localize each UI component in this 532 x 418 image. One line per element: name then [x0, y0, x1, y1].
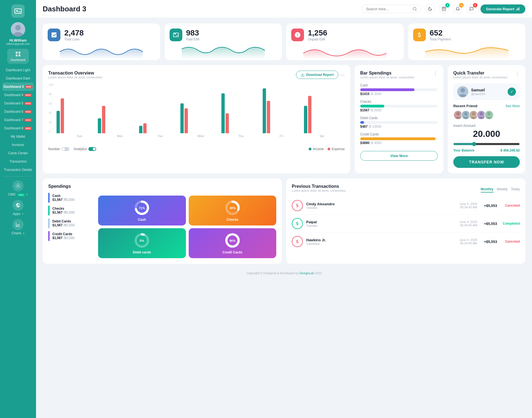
cash-donut-chart: 71% [134, 199, 150, 216]
transfer-now-button[interactable]: TRANSFER NOW [453, 156, 520, 168]
sidebar-nav: Dashboard Light Dashboard Dark Dashboard… [0, 66, 36, 237]
svg-rect-11 [518, 8, 518, 11]
total-loan-icon [48, 29, 60, 41]
moon-icon [428, 7, 432, 11]
dashboard-3-badge: New [25, 85, 32, 88]
bag-button[interactable]: 2 [439, 4, 449, 14]
sidebar-item-transaction-details[interactable]: Transaction Details [0, 166, 36, 174]
checks-values: $1567 /$ 5000 [360, 108, 438, 112]
quick-transfer-title: Quick Transfer [453, 71, 508, 76]
cms-label[interactable]: CMS New > [8, 193, 28, 196]
sidebar-item-invoices[interactable]: Invoices [0, 141, 36, 149]
svg-rect-4 [19, 52, 20, 53]
sidebar-item-dashboard-light[interactable]: Dashboard Light [0, 66, 36, 74]
sidebar-item-my-wallet[interactable]: My Wallet [0, 132, 36, 141]
number-toggle[interactable] [62, 147, 69, 151]
moon-button[interactable] [425, 4, 435, 14]
download-report-button[interactable]: Download Report [296, 71, 338, 79]
sidebar-item-dashboard-4[interactable]: Dashboard 4 New [0, 91, 36, 99]
sidebar-item-dashboard-7[interactable]: Dashboard 7 New [0, 116, 36, 124]
selected-user-handle: @sam224 [471, 92, 485, 96]
footer-brand-link[interactable]: DexignLab [300, 271, 314, 275]
paid-emi-value: 983 [186, 29, 200, 37]
generate-report-button[interactable]: Generate Report [480, 4, 525, 14]
unpaid-emi-icon [291, 29, 304, 41]
stat-card-paid-emi: 983 Paid EMI [165, 24, 282, 60]
view-more-button[interactable]: View More [360, 151, 438, 161]
bar-group-sat [304, 96, 345, 133]
dashboard-7-badge: New [24, 119, 32, 122]
tab-monthly[interactable]: Monthly [481, 187, 493, 193]
sidebar-item-dashboard-8[interactable]: Dashboard 8 New [0, 124, 36, 132]
sidebar-item-dashboard-6[interactable]: Dashboard 6 New [0, 107, 36, 116]
svg-point-7 [17, 185, 19, 187]
recent-friend-row: Recent Friend See More [453, 104, 520, 108]
search-input[interactable] [366, 7, 410, 11]
apps-label[interactable]: Apps > [13, 212, 24, 216]
topbar: Dashboard 3 2 12 5 Generate Repo [36, 0, 532, 18]
transaction-tabs: Monthly Weekly Today [481, 187, 520, 193]
total-loan-label: Total Loan [64, 37, 84, 41]
sidebar-item-dashboard-5[interactable]: Dashboard 5 New [0, 99, 36, 107]
footer: Copyright © Designed & Developed by Dexi… [43, 269, 525, 278]
amount-slider[interactable] [453, 142, 520, 146]
bar-spendings-menu[interactable]: ⋮ [433, 71, 438, 77]
tx-date-paipal: June 4, 2020 05:34:45 AM [452, 220, 477, 227]
tx-type-hawkins: Cashback [306, 242, 326, 245]
transaction-overview-menu[interactable]: ··· [341, 72, 345, 78]
see-more-link[interactable]: See More [505, 104, 520, 108]
bar-group-wed [180, 103, 221, 133]
total-loan-wave [48, 43, 155, 59]
bell-button[interactable]: 12 [453, 4, 463, 14]
tab-weekly[interactable]: Weekly [497, 187, 508, 193]
transaction-overview-subtitle: Lorem ipsum dolor sit amet, consectetur [48, 76, 103, 79]
transaction-row-hawkins: Hawkins Jr. Cashback June 4, 2020 05:34:… [292, 233, 520, 250]
transaction-overview-card: Transaction Overview Lorem ipsum dolor s… [43, 65, 350, 173]
analytics-toggle[interactable] [88, 147, 96, 151]
sidebar-section-cms: CMS New > [0, 179, 36, 198]
bottom-row: Spendings Cash $1,567 /$5,000 [43, 178, 525, 264]
tx-status-paipal: Completed [500, 222, 520, 225]
sidebar-item-cards-center[interactable]: Cards Center [0, 149, 36, 157]
sidebar-item-dashboard-dark[interactable]: Dashboard Dark [0, 74, 36, 83]
debit-donut-chart: 5% [134, 232, 150, 249]
bar-mon-teal [98, 118, 101, 133]
apps-icon[interactable] [12, 200, 24, 211]
prev-tx-subtitle: Lorem ipsum dolor sit amet, consectetur [292, 189, 346, 192]
bar-sat-coral [308, 96, 311, 133]
svg-point-18 [456, 112, 460, 115]
bar-tue-teal [139, 126, 142, 133]
download-icon [301, 73, 305, 77]
sidebar-item-dashboard-3[interactable]: Dashboard 3 New [2, 83, 34, 91]
transaction-overview-title: Transaction Overview [48, 71, 103, 76]
sidebar-item-transaction[interactable]: Transaction [0, 157, 36, 166]
bag-icon [442, 7, 446, 11]
chart-day-labels: Sun Mon Tue Wed Thu Fri Sat [57, 133, 345, 138]
sidebar-username: Hi,William [9, 38, 27, 42]
spending-cash-row: Cash $1415 /$ 2000 [360, 83, 438, 96]
bar-group-tue [139, 123, 180, 133]
stat-cards-grid: 2,478 Total Loan 983 Pa [43, 24, 525, 60]
friend-avatar-5[interactable] [484, 110, 494, 120]
charts-label[interactable]: Charts > [12, 231, 25, 235]
svg-text:71%: 71% [139, 206, 145, 210]
insert-amount-label: Insert Amount [453, 124, 520, 128]
svg-rect-6 [19, 55, 20, 56]
cms-icon[interactable] [12, 180, 24, 191]
chat-button[interactable]: 5 [467, 4, 477, 14]
svg-point-15 [461, 88, 465, 93]
sidebar-dashboard-toggle[interactable]: Dashboard [7, 49, 29, 64]
charts-icon[interactable] [12, 219, 24, 230]
cash-values: $1415 /$ 2000 [360, 92, 438, 96]
paid-emi-label: Paid EMI [186, 37, 200, 41]
dashboard-6-badge: New [24, 110, 32, 113]
bar-thu-coral [226, 113, 229, 133]
tab-today[interactable]: Today [511, 187, 520, 193]
checks-donut-label: Checks [226, 218, 238, 222]
search-box[interactable] [362, 5, 421, 13]
sidebar-logo[interactable] [11, 4, 25, 18]
quick-transfer-menu[interactable]: ⋮ [515, 71, 520, 77]
spendings-title: Spendings [48, 184, 276, 189]
credit-donut-label: Credit Cards [222, 250, 242, 254]
spending-checks-row: Checks $1567 /$ 5000 [360, 100, 438, 112]
